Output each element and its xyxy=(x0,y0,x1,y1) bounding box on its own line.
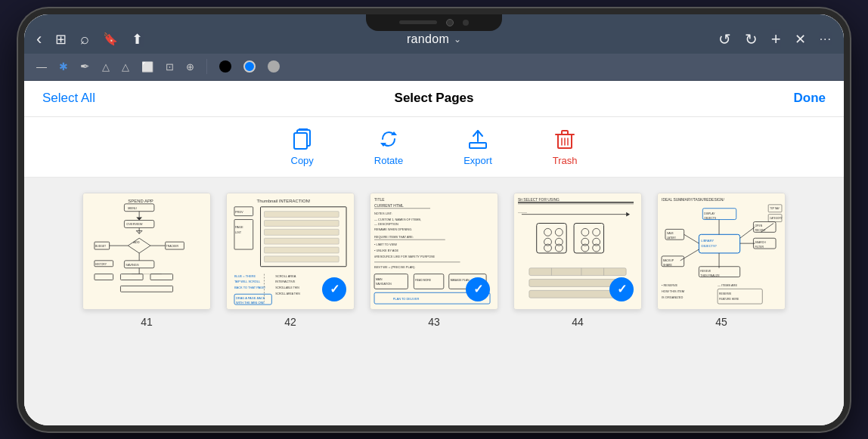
svg-text:ADD: ADD xyxy=(133,240,139,244)
svg-text:BUDGET: BUDGET xyxy=(95,245,107,248)
undo-button[interactable]: ↺ xyxy=(718,30,731,48)
page-thumbnail-41[interactable]: SPEND APP xyxy=(82,193,211,310)
svg-text:TITLE: TITLE xyxy=(374,197,385,201)
export-label: Export xyxy=(463,155,492,166)
svg-text:TAP WILL SCROLL: TAP WILL SCROLL xyxy=(234,280,261,283)
action-toolbar: Copy Rotate Export xyxy=(24,117,844,178)
svg-text:PAGE: PAGE xyxy=(235,225,243,229)
done-button[interactable]: Done xyxy=(794,91,826,106)
svg-text:BACKUP: BACKUP xyxy=(663,258,674,261)
page-number-43: 43 xyxy=(428,316,440,328)
svg-text:LIST: LIST xyxy=(235,230,242,234)
rotate-icon xyxy=(377,128,400,150)
svg-text:OBJECTS?: OBJECTS? xyxy=(701,244,717,248)
export-action[interactable]: Export xyxy=(463,128,492,166)
notch-indicator xyxy=(463,20,469,26)
page-item-44[interactable]: Sit SELECT FOR USING ——— xyxy=(513,193,642,328)
svg-text:#RESOURCE LIKE FOR SAFETY PURP: #RESOURCE LIKE FOR SAFETY PURPOSE xyxy=(374,254,436,258)
page-item-42[interactable]: Thumbnail INTERACTION! PREV PAGE LIST xyxy=(226,193,355,328)
more-button[interactable]: ··· xyxy=(820,32,832,46)
page-item-45[interactable]: IDEAL SUMMARY/TASK/REDESIGN/ LIBRARY OBJ… xyxy=(657,193,786,328)
device-notch xyxy=(366,14,502,31)
bookmark-button[interactable]: 🔖 xyxy=(103,32,118,46)
drawing-toolbar: — ✱ ✒ △ △ ⬜ ⊡ ⊕ xyxy=(24,54,844,81)
rotate-label: Rotate xyxy=(374,155,403,166)
page-number-44: 44 xyxy=(572,316,584,328)
page-selected-44: ✓ xyxy=(609,277,634,301)
notch-camera xyxy=(446,19,454,26)
svg-rect-54 xyxy=(264,255,339,261)
svg-rect-50 xyxy=(264,220,339,226)
svg-text:MAIN: MAIN xyxy=(376,277,383,280)
svg-text:OVERVIEW: OVERVIEW xyxy=(126,222,142,226)
copy-label: Copy xyxy=(291,155,314,166)
page-thumbnail-44[interactable]: Sit SELECT FOR USING ——— xyxy=(513,193,642,310)
notch-speaker xyxy=(399,20,437,24)
bluetooth-icon: ✱ xyxy=(59,60,68,73)
svg-text:DRAG A PAGE-BACK: DRAG A PAGE-BACK xyxy=(236,296,265,300)
search-button[interactable]: ⌕ xyxy=(80,30,89,48)
svg-text:CURRENT HTML: CURRENT HTML xyxy=(374,203,404,207)
page-number-45: 45 xyxy=(715,316,727,328)
svg-text:OPEN: OPEN xyxy=(755,224,762,227)
svg-text:TOP NAV: TOP NAV xyxy=(770,206,780,209)
rotate-action[interactable]: Rotate xyxy=(374,128,403,166)
select-pages-bar: Select All Select Pages Done xyxy=(24,81,844,117)
svg-text:• RESERVE: • RESERVE xyxy=(662,283,678,287)
eraser-tool[interactable]: — xyxy=(36,60,47,73)
highlight-tool[interactable]: △ xyxy=(102,61,110,73)
color-gray[interactable] xyxy=(268,60,280,73)
pen-tool[interactable]: ✒ xyxy=(80,60,90,73)
svg-text:BLUE = THERE: BLUE = THERE xyxy=(234,274,256,277)
svg-text:— ITEMS ARE: — ITEMS ARE xyxy=(718,283,737,287)
svg-text:RESERVE: RESERVE xyxy=(719,292,732,295)
page-thumbnail-42[interactable]: Thumbnail INTERACTION! PREV PAGE LIST xyxy=(226,193,355,310)
back-button[interactable]: ‹ xyxy=(36,29,42,49)
share-button[interactable]: ⬆ xyxy=(132,31,143,48)
export-icon xyxy=(467,128,489,150)
svg-text:THEN FINALIZE: THEN FINALIZE xyxy=(700,274,720,277)
select-all-button[interactable]: Select All xyxy=(42,91,95,106)
shape-tool[interactable]: △ xyxy=(122,61,129,73)
color-black[interactable] xyxy=(219,60,231,73)
rect-tool[interactable]: ⬜ xyxy=(141,61,153,73)
page-thumbnail-43[interactable]: TITLE CURRENT HTML NOTES LIST: — CUSTOM … xyxy=(370,193,498,310)
add-page-button[interactable]: + xyxy=(771,29,781,49)
svg-text:DISPLAY: DISPLAY xyxy=(704,212,715,215)
svg-text:MENU: MENU xyxy=(128,206,137,209)
trash-action[interactable]: Trash xyxy=(553,128,578,166)
select-tool[interactable]: ⊡ xyxy=(166,61,174,73)
svg-rect-53 xyxy=(264,247,339,253)
copy-action[interactable]: Copy xyxy=(291,128,314,166)
page-item-43[interactable]: TITLE CURRENT HTML NOTES LIST: — CUSTOM … xyxy=(370,193,498,328)
svg-rect-111 xyxy=(529,267,626,275)
svg-text:• UNLIKE BY AGE: • UNLIKE BY AGE xyxy=(374,248,399,252)
svg-text:REQUIRE ITEMS THAT ARE:: REQUIRE ITEMS THAT ARE: xyxy=(374,235,414,239)
color-blue-active[interactable] xyxy=(243,60,256,73)
svg-text:PREV: PREV xyxy=(235,209,243,213)
grid-view-button[interactable]: ⊞ xyxy=(55,31,67,48)
lasso-tool[interactable]: ⊕ xyxy=(186,61,194,73)
svg-text:Thumbnail INTERACTION!: Thumbnail INTERACTION! xyxy=(257,198,311,202)
select-pages-title: Select Pages xyxy=(395,91,474,106)
svg-text:Sit  SELECT  FOR USING: Sit SELECT FOR USING xyxy=(518,197,560,201)
app-container: ‹ ⊞ ⌕ 🔖 ⬆ random ⌄ ↺ ↻ + ✕ ··· — ✱ ✒ xyxy=(24,14,844,425)
svg-text:— CUSTOM 1, NAMES OF ITEMS,: — CUSTOM 1, NAMES OF ITEMS, xyxy=(374,217,421,221)
svg-rect-8 xyxy=(562,131,568,134)
svg-text:———: ——— xyxy=(518,209,527,213)
top-bar-right: ↺ ↻ + ✕ ··· xyxy=(434,29,832,49)
svg-text:SHARE: SHARE xyxy=(663,263,673,266)
svg-text:TRACKER: TRACKER xyxy=(166,245,179,248)
page-selected-43: ✓ xyxy=(466,277,490,301)
title-chevron-icon[interactable]: ⌄ xyxy=(454,34,461,45)
page-item-41[interactable]: SPEND APP xyxy=(82,193,211,328)
svg-text:• LIMIT TO VIEW: • LIMIT TO VIEW xyxy=(374,243,397,246)
page-thumbnail-45[interactable]: IDEAL SUMMARY/TASK/REDESIGN/ LIBRARY OBJ… xyxy=(657,193,786,310)
svg-text:SAVE: SAVE xyxy=(667,232,674,235)
svg-text:NOTES LIST:: NOTES LIST: xyxy=(374,211,392,215)
svg-text:SPEND APP: SPEND APP xyxy=(128,198,153,202)
redo-button[interactable]: ↻ xyxy=(745,30,758,48)
svg-text:RENAME WHEN OPENING.: RENAME WHEN OPENING. xyxy=(374,227,412,231)
svg-text:SCROLLABLE THIN: SCROLLABLE THIN xyxy=(275,286,299,289)
close-button[interactable]: ✕ xyxy=(795,31,806,48)
